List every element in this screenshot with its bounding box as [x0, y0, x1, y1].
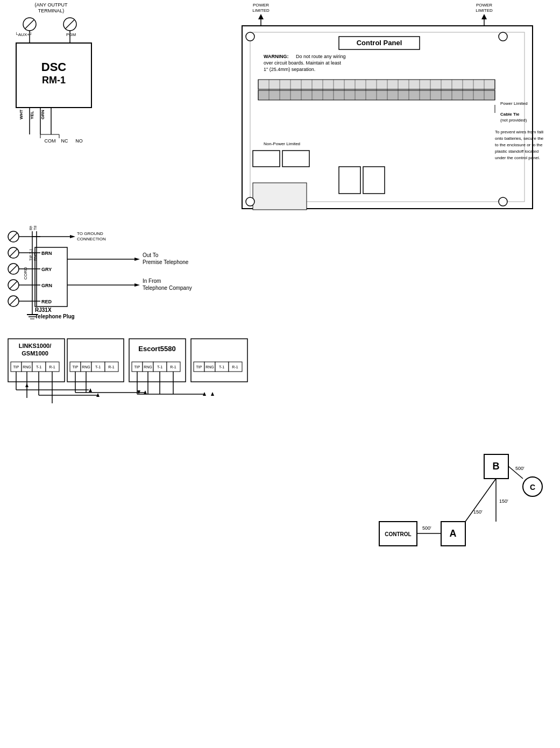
dsc-rm1-diagram: (ANY OUTPUT TERMINAL) └AUX+┘ PGM RED BLK — [5, 0, 145, 151]
svg-text:WHT: WHT — [19, 110, 24, 119]
links-escort-diagram: LINKS1000/ GSM1000 TIP RNG T-1 R-1 TIP R… — [5, 336, 285, 417]
svg-text:150': 150' — [473, 509, 483, 515]
svg-text:RNG: RNG — [29, 226, 33, 230]
svg-text:COM: COM — [45, 138, 56, 144]
svg-text:Out To: Out To — [143, 252, 159, 258]
svg-rect-37 — [250, 32, 524, 202]
svg-text:Power Limited: Power Limited — [500, 101, 528, 106]
svg-text:TO GROUND: TO GROUND — [77, 231, 103, 236]
svg-text:CORD: CORD — [23, 267, 28, 280]
svg-text:NC: NC — [61, 138, 68, 144]
svg-text:T-1: T-1 — [36, 365, 41, 369]
svg-text:In From: In From — [143, 278, 161, 284]
svg-text:Do not route any wiring: Do not route any wiring — [296, 54, 346, 59]
svg-text:plastic standoff located: plastic standoff located — [495, 149, 538, 154]
svg-text:RED: RED — [41, 299, 52, 304]
svg-marker-32 — [258, 14, 264, 19]
svg-rect-80 — [282, 151, 309, 167]
rj31x-svg: CORD RNG TIP P-1 TIP T-1 RNG TO GROUND C… — [5, 226, 285, 320]
svg-text:POWER: POWER — [476, 3, 492, 8]
page: (ANY OUTPUT TERMINAL) └AUX+┘ PGM RED BLK — [0, 0, 560, 748]
svg-rect-118 — [35, 247, 67, 307]
svg-text:500': 500' — [515, 466, 524, 471]
svg-text:B: B — [493, 461, 500, 472]
svg-rect-83 — [253, 183, 307, 210]
svg-text:R-1: R-1 — [108, 365, 114, 369]
svg-text:TIP P-1: TIP P-1 — [33, 226, 37, 230]
svg-line-207 — [465, 479, 496, 522]
svg-marker-120 — [134, 258, 140, 261]
rj31x-diagram: CORD RNG TIP P-1 TIP T-1 RNG TO GROUND C… — [5, 226, 285, 320]
svg-text:Telephone Company: Telephone Company — [143, 285, 192, 291]
svg-text:LINKS1000/: LINKS1000/ — [19, 343, 52, 349]
svg-text:WARNING:: WARNING: — [264, 54, 289, 59]
svg-text:RNG: RNG — [82, 365, 90, 369]
svg-point-85 — [246, 32, 254, 41]
svg-marker-192 — [211, 392, 214, 396]
svg-text:TIP: TIP — [73, 365, 79, 369]
svg-text:T-1: T-1 — [157, 365, 162, 369]
svg-text:500': 500' — [422, 525, 431, 531]
svg-marker-181 — [89, 388, 92, 392]
svg-text:(ANY OUTPUT: (ANY OUTPUT — [35, 2, 68, 8]
svg-text:CONNECTION: CONNECTION — [77, 237, 106, 241]
svg-text:R-1: R-1 — [232, 365, 238, 369]
dsc-rm1-svg: (ANY OUTPUT TERMINAL) └AUX+┘ PGM RED BLK — [5, 0, 145, 156]
svg-text:A: A — [450, 528, 457, 539]
svg-text:PGM: PGM — [66, 32, 76, 37]
svg-text:Premise Telephone: Premise Telephone — [143, 259, 189, 265]
svg-text:TERMINAL): TERMINAL) — [38, 8, 65, 13]
svg-text:CONTROL: CONTROL — [385, 531, 411, 537]
svg-text:under the control panel.: under the control panel. — [495, 155, 540, 160]
svg-rect-81 — [339, 167, 360, 194]
svg-text:Non-Power Limited: Non-Power Limited — [264, 141, 300, 146]
distance-diagram: B C A CONTROL 500' 150' 150' 500' — [377, 452, 549, 559]
svg-text:LIMITED: LIMITED — [476, 8, 493, 13]
svg-text:To prevent wires from falling: To prevent wires from falling — [495, 130, 543, 134]
svg-text:RNG: RNG — [144, 365, 152, 369]
svg-text:GRY: GRY — [41, 267, 52, 272]
svg-text:R-1: R-1 — [49, 365, 55, 369]
svg-text:GRN: GRN — [40, 110, 45, 119]
svg-text:Escort5580: Escort5580 — [138, 345, 175, 353]
svg-text:RM-1: RM-1 — [42, 75, 66, 86]
svg-text:NO: NO — [75, 138, 83, 144]
svg-text:POWER: POWER — [253, 3, 269, 8]
svg-text:to the enclosure or to the: to the enclosure or to the — [495, 143, 543, 147]
svg-text:over circuit boards. Maintain : over circuit boards. Maintain at least — [264, 60, 342, 66]
svg-text:TIP: TIP — [134, 365, 140, 369]
svg-text:R-1: R-1 — [170, 365, 176, 369]
svg-point-87 — [246, 197, 254, 206]
control-panel-diagram: POWER LIMITED POWER LIMITED Control Pane… — [231, 0, 543, 215]
svg-rect-163 — [191, 339, 247, 382]
svg-text:T-1: T-1 — [219, 365, 224, 369]
svg-point-84 — [499, 32, 507, 41]
svg-text:DSC: DSC — [41, 60, 67, 74]
distance-svg: B C A CONTROL 500' 150' 150' 500' — [377, 452, 549, 559]
svg-marker-176 — [25, 383, 29, 387]
svg-point-86 — [499, 197, 507, 206]
svg-marker-111 — [70, 235, 75, 238]
svg-rect-79 — [253, 151, 280, 167]
svg-text:onto batteries, secure them: onto batteries, secure them — [495, 136, 543, 141]
svg-text:1" (25.4mm) separation.: 1" (25.4mm) separation. — [264, 67, 315, 72]
svg-text:GRN: GRN — [41, 283, 52, 288]
svg-text:(not provided): (not provided) — [500, 118, 527, 123]
svg-marker-34 — [481, 14, 487, 19]
svg-text:RNG: RNG — [205, 365, 214, 369]
svg-text:150': 150' — [499, 498, 508, 504]
svg-text:C: C — [530, 483, 535, 491]
svg-text:TIP: TIP — [13, 365, 19, 369]
links-escort-svg: LINKS1000/ GSM1000 TIP RNG T-1 R-1 TIP R… — [5, 336, 285, 417]
svg-marker-124 — [134, 283, 140, 287]
svg-text:GSM1000: GSM1000 — [22, 350, 48, 357]
svg-text:T-1: T-1 — [95, 365, 101, 369]
svg-text:Control Panel: Control Panel — [357, 39, 402, 47]
svg-text:Telephone Plug: Telephone Plug — [35, 314, 75, 319]
svg-text:YEL: YEL — [30, 111, 34, 119]
svg-text:RNG: RNG — [23, 365, 31, 369]
svg-text:TIP: TIP — [196, 365, 202, 369]
svg-text:BRN: BRN — [41, 251, 52, 256]
svg-text:Cable Tie: Cable Tie — [500, 112, 520, 117]
svg-text:RJ31X: RJ31X — [35, 307, 52, 313]
